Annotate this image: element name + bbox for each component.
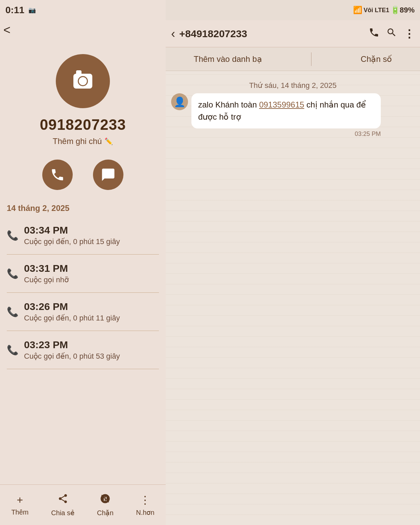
signal-icon: Vôi LTE1 [364,7,389,14]
call-info-1: 03:34 PM Cuộc gọi đến, 0 phút 15 giây [24,224,159,246]
message-text-pre: zalo Khánh toàn [198,100,259,109]
call-desc-4: Cuộc gọi đến, 0 phút 53 giây [24,352,159,361]
call-item-1: 📞 03:34 PM Cuộc gọi đến, 0 phút 15 giây [7,216,159,255]
call-desc-1: Cuộc gọi đến, 0 phút 15 giây [24,237,159,246]
more-label: N.hơn [136,508,154,517]
call-time-3: 03:26 PM [24,301,159,312]
right-status-icons: 📶 Vôi LTE1 🔋89% [353,6,415,15]
call-info-4: 03:23 PM Cuộc gọi đến, 0 phút 53 giây [24,339,159,361]
back-button[interactable]: < [3,23,10,37]
bottom-share[interactable]: Chia sẻ [51,493,74,517]
bottom-block[interactable]: Chặn [97,493,114,517]
left-phone-number[interactable]: 0918207233 [40,116,126,133]
block-label: Chặn [97,509,114,517]
call-desc-2: Cuộc gọi nhỡ [24,276,159,284]
action-bar: Thêm vào danh bạ Chặn số [166,47,420,71]
call-desc-3: Cuộc gọi đến, 0 phút 11 giây [24,314,159,323]
action-buttons [42,160,123,190]
bottom-add[interactable]: + Thêm [11,494,28,516]
camera-status-icon: 📷 [28,6,36,14]
message-time-1: 03:25 PM [191,130,381,138]
date-section-label: 14 tháng 2, 2025 [0,204,69,213]
add-icon: + [17,494,23,506]
left-bottom-bar: + Thêm Chia sẻ Chặn ⋮ N.hơn [0,484,166,525]
block-icon [100,493,111,507]
call-incoming-icon-4: 📞 [7,344,19,356]
call-list: 📞 03:34 PM Cuộc gọi đến, 0 phút 15 giây … [0,216,166,369]
chat-area[interactable]: Thứ sáu, 14 tháng 2, 2025 👤 zalo Khánh t… [166,71,420,525]
right-header-icons: ⋮ [369,27,415,40]
left-status-icons: 📷 [28,6,36,14]
block-number-button[interactable]: Chặn số [354,52,399,67]
call-time-4: 03:23 PM [24,339,159,351]
phone-icon [50,167,65,182]
message-bubble-1: zalo Khánh toàn 0913599615 chị nhắn qua … [191,93,381,128]
right-chat-title: +84918207233 [179,28,365,40]
battery-icon: 🔋89% [391,6,415,15]
call-item-4: 📞 03:23 PM Cuộc gọi đến, 0 phút 53 giây [7,331,159,369]
call-missed-icon-2: 📞 [7,268,19,279]
bottom-more[interactable]: ⋮ N.hơn [136,494,154,517]
message-wrapper: zalo Khánh toàn 0913599615 chị nhắn qua … [191,93,381,138]
message-date: Thứ sáu, 14 tháng 2, 2025 [171,74,415,93]
avatar-camera-icon [73,74,92,89]
add-note-row[interactable]: Thêm ghi chú ✏️ [53,137,113,146]
more-icon: ⋮ [140,494,150,506]
left-status-bar: 0:11 📷 [0,0,166,20]
wifi-icon: 📶 [353,6,362,15]
right-back-button[interactable]: ‹ [171,27,175,41]
action-bar-divider [311,52,311,66]
right-panel: 📶 Vôi LTE1 🔋89% ‹ +84918207233 ⋮ Thêm và… [166,0,420,525]
right-more-icon[interactable]: ⋮ [404,27,415,40]
call-item-3: 📞 03:26 PM Cuộc gọi đến, 0 phút 11 giây [7,293,159,331]
message-button[interactable] [93,160,123,190]
contact-avatar [56,54,110,108]
share-icon [57,493,68,507]
user-icon: 👤 [174,96,186,108]
left-time: 0:11 [5,5,24,16]
message-link[interactable]: 0913599615 [259,100,304,109]
add-note-label: Thêm ghi chú [53,137,102,146]
call-info-3: 03:26 PM Cuộc gọi đến, 0 phút 11 giây [24,301,159,323]
call-incoming-icon-1: 📞 [7,230,19,241]
right-phone-icon[interactable] [369,27,379,40]
call-info-2: 03:31 PM Cuộc gọi nhỡ [24,263,159,284]
right-status-bar: 📶 Vôi LTE1 🔋89% [166,0,420,20]
call-item-2: 📞 03:31 PM Cuộc gọi nhỡ [7,255,159,293]
call-time-2: 03:31 PM [24,263,159,274]
share-label: Chia sẻ [51,509,74,517]
right-header: ‹ +84918207233 ⋮ [166,20,420,47]
sender-avatar: 👤 [171,93,188,110]
add-contact-button[interactable]: Thêm vào danh bạ [187,52,269,67]
right-search-icon[interactable] [386,27,397,40]
call-time-1: 03:34 PM [24,224,159,236]
message-container-1: 👤 zalo Khánh toàn 0913599615 chị nhắn qu… [171,93,415,138]
edit-icon: ✏️ [104,137,113,145]
call-button[interactable] [42,160,73,190]
left-panel: 0:11 📷 < 0918207233 Thêm ghi chú ✏️ 14 t… [0,0,166,525]
add-label: Thêm [11,508,28,516]
message-icon [101,167,116,182]
call-incoming-icon-3: 📞 [7,306,19,317]
